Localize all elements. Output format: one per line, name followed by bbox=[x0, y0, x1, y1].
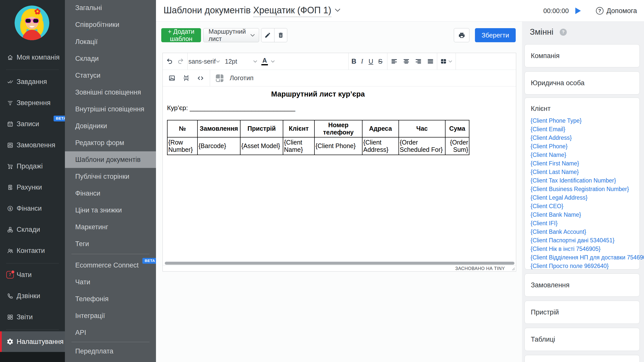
chats-icon: 7 bbox=[6, 271, 14, 279]
variable-link[interactable]: {Client Legal Address} bbox=[531, 193, 644, 202]
align-left-button[interactable] bbox=[391, 53, 398, 70]
resize-handle-icon[interactable] bbox=[511, 267, 515, 271]
help-link[interactable]: Допомога bbox=[607, 7, 637, 15]
settings-nav-locations[interactable]: Локації bbox=[65, 35, 156, 48]
settings-nav-statuses[interactable]: Статуси bbox=[65, 69, 156, 82]
settings-nav-employees[interactable]: Співробітники bbox=[65, 18, 156, 31]
text-color-chevron-icon[interactable] bbox=[271, 53, 275, 70]
source-code-button[interactable] bbox=[197, 70, 204, 86]
settings-nav-tags[interactable]: Теги bbox=[65, 237, 156, 250]
variable-link[interactable]: {Client Нік в інсті 7546905} bbox=[531, 245, 644, 253]
settings-nav-directories[interactable]: Довідники bbox=[65, 119, 156, 132]
edit-template-button[interactable] bbox=[261, 28, 274, 42]
text-color-button[interactable]: A bbox=[261, 53, 268, 70]
font-size-select[interactable]: 12pt bbox=[225, 53, 237, 70]
align-right-button[interactable] bbox=[415, 53, 422, 70]
settings-nav-external-notifications[interactable]: Зовнішні сповіщення bbox=[65, 86, 156, 99]
logo-button-label[interactable]: Логотип bbox=[230, 70, 254, 86]
insert-image-button[interactable] bbox=[168, 70, 176, 86]
sidebar-item-calls[interactable]: Дзвінки bbox=[0, 289, 65, 302]
sidebar-item-contacts[interactable]: Контакти bbox=[0, 244, 65, 257]
sidebar-item-settings[interactable]: Налаштування bbox=[0, 331, 65, 352]
timer-play-button[interactable] bbox=[575, 8, 581, 14]
delete-template-button[interactable] bbox=[274, 28, 287, 42]
settings-nav-integrations[interactable]: Інтеграції bbox=[65, 309, 156, 322]
variable-link[interactable]: {Client Last Name} bbox=[531, 168, 644, 176]
tasks-icon bbox=[6, 78, 14, 85]
variables-section-tables[interactable]: Таблиці bbox=[525, 328, 640, 351]
sidebar-item-my-company[interactable]: Моя компанія bbox=[0, 51, 65, 64]
variable-link[interactable]: {Client Email} bbox=[531, 125, 644, 133]
variables-section-partial[interactable] bbox=[525, 355, 640, 362]
settings-nav-marketing[interactable]: Маркетинг bbox=[65, 220, 156, 234]
variable-link[interactable]: {Client Address} bbox=[531, 133, 644, 142]
variable-link[interactable]: {Client Паспортні дані 5340451} bbox=[531, 236, 644, 245]
sidebar-item-orders[interactable]: Замовлення bbox=[0, 139, 65, 152]
strikethrough-button[interactable]: S bbox=[378, 53, 382, 70]
settings-nav-general[interactable]: Загальні bbox=[65, 1, 156, 14]
sidebar-item-sales[interactable]: Продажі bbox=[0, 160, 65, 173]
page-break-button[interactable] bbox=[183, 70, 190, 86]
variables-section-device[interactable]: Пристрій bbox=[525, 301, 640, 324]
page-title[interactable]: Шаблони документів Хрещатик (ФОП 1) bbox=[164, 5, 340, 16]
sidebar-item-finance[interactable]: $ Фінанси bbox=[0, 202, 65, 215]
settings-nav-telephony[interactable]: Телефонія bbox=[65, 292, 156, 305]
template-select[interactable]: Маршрутний лист bbox=[203, 28, 259, 42]
redo-button[interactable] bbox=[177, 53, 184, 70]
settings-nav-form-editor[interactable]: Редактор форм bbox=[65, 136, 156, 149]
align-center-button[interactable] bbox=[403, 53, 410, 70]
variables-section-legal-entity[interactable]: Юридична особа bbox=[525, 71, 640, 95]
variable-link[interactable]: {Client Business Registration Number} bbox=[531, 185, 644, 193]
logo-button[interactable] bbox=[216, 70, 223, 86]
settings-nav-internal-notifications[interactable]: Внутрішні сповіщення bbox=[65, 103, 156, 116]
variables-help-icon[interactable]: ? bbox=[560, 29, 567, 36]
variables-section-company[interactable]: Компанія bbox=[525, 44, 640, 67]
variable-link[interactable]: {Client First Name} bbox=[531, 159, 644, 168]
save-button[interactable]: Зберегти bbox=[475, 28, 516, 42]
settings-nav-subscription[interactable]: Передплата bbox=[65, 345, 156, 358]
settings-nav-warehouses[interactable]: Склади bbox=[65, 52, 156, 65]
print-button[interactable] bbox=[454, 28, 469, 42]
sidebar-item-leads[interactable]: Звернення bbox=[0, 96, 65, 109]
underline-button[interactable]: U bbox=[369, 53, 373, 70]
bold-button[interactable]: B bbox=[351, 53, 356, 70]
variables-section-client[interactable]: Клієнт {Client Phone Type} {Client Email… bbox=[525, 98, 640, 269]
sidebar-item-reports[interactable]: Звіти bbox=[0, 310, 65, 324]
variable-link[interactable]: {Client Tax Identification Number} bbox=[531, 176, 644, 185]
settings-nav-api[interactable]: API bbox=[65, 326, 156, 339]
align-justify-button[interactable] bbox=[427, 53, 434, 70]
table-chevron-icon[interactable] bbox=[449, 53, 452, 70]
variable-link[interactable]: {Client Bank Name} bbox=[531, 210, 644, 219]
settings-nav-finance[interactable]: Фінанси bbox=[65, 187, 156, 200]
variable-link[interactable]: {Client Bank Account} bbox=[531, 228, 644, 236]
help-icon[interactable]: ? bbox=[596, 7, 603, 15]
undo-button[interactable] bbox=[166, 53, 173, 70]
variable-link[interactable]: {Client Phone} bbox=[531, 142, 644, 151]
settings-nav-public-pages[interactable]: Публічні сторінки bbox=[65, 170, 156, 183]
editor-horizontal-scrollbar[interactable] bbox=[165, 262, 514, 265]
sidebar-item-chats[interactable]: 7 Чати bbox=[0, 268, 65, 281]
sidebar-item-invoices[interactable]: Рахунки bbox=[0, 181, 65, 194]
sidebar-item-warehouses[interactable]: Склади bbox=[0, 223, 65, 236]
notification-dot bbox=[11, 270, 15, 274]
settings-nav-prices-discounts[interactable]: Ціни та знижки bbox=[65, 204, 156, 217]
table-button[interactable] bbox=[440, 53, 447, 70]
editor-content[interactable]: Маршрутний лист кур’єра Кур’єр: ________… bbox=[163, 86, 516, 261]
sidebar-item-tasks[interactable]: Завдання bbox=[0, 75, 65, 88]
variable-link[interactable]: {Client Name} bbox=[531, 151, 644, 159]
add-template-button[interactable]: + Додати шаблон bbox=[161, 28, 201, 42]
tiny-branding[interactable]: ЗАСНОВАНО НА TINY bbox=[455, 266, 505, 271]
settings-nav-chats[interactable]: Чати bbox=[65, 276, 156, 289]
variables-section-order[interactable]: Замовлення bbox=[525, 274, 640, 297]
variable-link[interactable]: {Client IFI} bbox=[531, 219, 644, 228]
settings-nav-document-templates[interactable]: Шаблони документів bbox=[65, 151, 156, 168]
variable-link[interactable]: {Client Phone Type} bbox=[531, 116, 644, 125]
font-family-select[interactable]: sans-serif bbox=[188, 53, 216, 70]
variable-link[interactable]: {Client CEO} bbox=[531, 202, 644, 210]
avatar[interactable] bbox=[15, 6, 49, 40]
logo-icon bbox=[216, 74, 223, 82]
location-selector[interactable]: Хрещатик (ФОП 1) bbox=[253, 5, 332, 17]
italic-button[interactable]: I bbox=[361, 53, 363, 70]
variable-link[interactable]: {Client Відділення НП для доставки 75469… bbox=[531, 253, 644, 262]
variable-link[interactable]: {Client Просто поле 9692640} bbox=[531, 262, 644, 270]
